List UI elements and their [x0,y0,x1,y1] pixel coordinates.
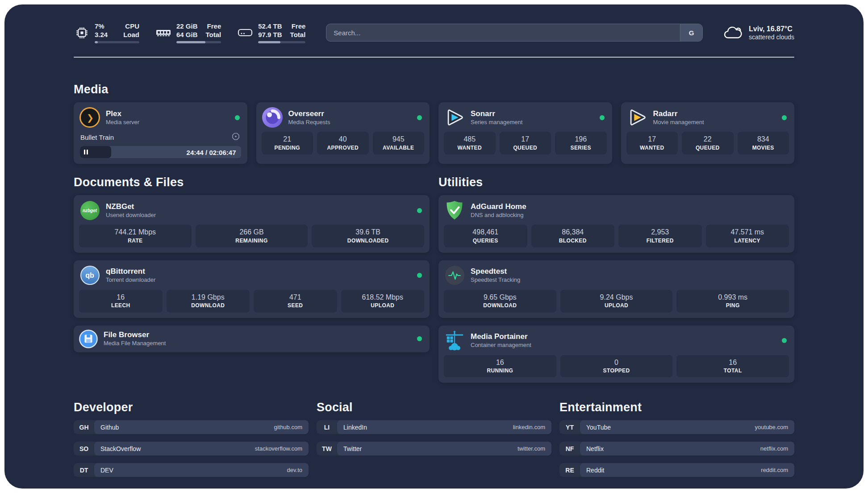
stat-label: LEECH [81,302,161,309]
app-card-titles: SpeedtestSpeedtest Tracking [471,267,520,284]
app-subtitle: Usenet downloader [106,212,156,219]
app-stats-row: 498,461QUERIES86,384BLOCKED2,953FILTERED… [438,225,794,253]
app-card-file-browser[interactable]: File BrowserMedia File Management [74,326,430,352]
app-card-titles: RadarrMovie management [653,109,704,126]
app-card-speedtest[interactable]: SpeedtestSpeedtest Tracking9.65 GbpsDOWN… [438,260,794,318]
stat-progress-fill [95,41,98,43]
link-name: StackOverflow [100,445,141,452]
app-subtitle: Movie management [653,119,704,126]
stat-rate: 744.21 MbpsRATE [79,225,192,247]
section-title-documents: Documents & Files [74,175,430,189]
portainer-icon [444,330,465,351]
stat-label: Total [290,30,306,39]
link-bar: YouTubeyoutube.com [580,420,794,434]
stat-value: 22 [684,134,732,144]
app-card-titles: OverseerrMedia Requests [288,109,330,126]
link-twitter[interactable]: TWTwittertwitter.com [317,442,551,455]
app-name: Media Portainer [471,332,531,342]
stat-text: 22 GiBFree64 GiBTotal [176,22,221,43]
system-stat-cpu: 7%CPU3.24Load [74,22,139,43]
utilities-column: Utilities AdGuard HomeDNS and adblocking… [438,175,794,383]
link-name: DEV [100,467,113,474]
app-stats-row: 485WANTED17QUEUED196SERIES [438,132,612,160]
link-netflix[interactable]: NFNetflixnetflix.com [559,442,794,455]
stat-value: 47.571 ms [708,227,788,237]
app-subtitle: Series management [471,119,522,126]
stat-label: DOWNLOADED [313,237,422,244]
player-time: 24:44 / 02:06:47 [187,148,236,156]
stat-value: 39.6 TB [313,227,422,237]
stat-value: 64 GiB [176,30,198,39]
link-github[interactable]: GHGithubgithub.com [74,420,309,434]
stat-label: MOVIES [739,144,788,151]
stat-value: 196 [557,134,605,144]
stat-value: 16 [446,358,555,368]
stat-line: 7%CPU [95,22,139,30]
link-reddit[interactable]: RERedditreddit.com [559,463,794,477]
app-card-media-portainer[interactable]: Media PortainerContainer management16RUN… [438,326,794,383]
link-name: LinkedIn [343,424,367,431]
app-card-radarr[interactable]: RadarrMovie management17WANTED22QUEUED83… [621,102,795,164]
search-input[interactable] [326,24,703,42]
link-stackoverflow[interactable]: SOStackOverflowstackoverflow.com [74,442,309,455]
cpu-icon [74,25,90,40]
system-stat-memory: 22 GiBFree64 GiBTotal [155,22,221,43]
documents-cards: nzbgetNZBGetUsenet downloader744.21 Mbps… [74,195,430,352]
app-subtitle: DNS and adblocking [471,212,526,219]
player-settings-icon[interactable] [231,132,240,142]
links-column-developer: DeveloperGHGithubgithub.comSOStackOverfl… [74,401,309,477]
link-tag: TW [317,442,337,455]
stat-total: 16TOTAL [676,355,789,378]
stat-pending: 21PENDING [262,132,313,155]
stat-value: 3.24 [95,30,108,39]
link-url: github.com [274,424,302,430]
stat-downloaded: 39.6 TBDOWNLOADED [312,225,424,247]
stat-label: Free [207,22,221,30]
app-stats-row: 744.21 MbpsRATE266 GBREMAINING39.6 TBDOW… [74,225,430,253]
app-card-adguard-home[interactable]: AdGuard HomeDNS and adblocking498,461QUE… [438,195,794,253]
link-linkedin[interactable]: LILinkedInlinkedin.com [317,420,551,434]
search-engine-button[interactable]: G [680,24,702,41]
stat-label: PENDING [263,144,312,151]
status-online-dot [417,115,422,120]
stat-queries: 498,461QUERIES [444,225,527,247]
link-url: linkedin.com [513,424,545,430]
status-online-dot [782,115,787,120]
stat-text: 52.4 TBFree97.9 TBTotal [258,22,305,43]
status-online-dot [235,115,240,120]
link-url: reddit.com [761,467,788,473]
link-dev[interactable]: DTDEVdev.to [74,463,309,477]
app-card-nzbget[interactable]: nzbgetNZBGetUsenet downloader744.21 Mbps… [74,195,430,253]
stat-movies: 834MOVIES [738,132,789,155]
stat-leech: 16LEECH [79,290,163,313]
stat-value: 0.993 ms [678,292,787,302]
stat-text: 7%CPU3.24Load [95,22,139,43]
app-card-sonarr[interactable]: SonarrSeries management485WANTED17QUEUED… [438,102,612,164]
link-url: dev.to [287,467,302,473]
stat-value: 485 [446,134,494,144]
app-card-header: qbqBittorrentTorrent downloader [74,260,430,290]
link-tag: DT [74,463,94,477]
app-stats-row: 21PENDING40APPROVED945AVAILABLE [256,132,430,160]
link-url: netflix.com [760,445,788,452]
search-bar: G [326,24,703,42]
stat-value: 22 GiB [176,22,198,30]
stat-wanted: 485WANTED [444,132,496,155]
stat-label: QUERIES [446,237,526,244]
app-card-plex[interactable]: ❯PlexMedia serverBullet Train24:44 / 02:… [74,102,247,164]
link-rows: LILinkedInlinkedin.comTWTwittertwitter.c… [317,420,551,455]
stat-value: 52.4 TB [258,22,282,30]
stat-label: AVAILABLE [375,144,423,151]
links-column-social: SocialLILinkedInlinkedin.comTWTwittertwi… [317,401,551,477]
app-card-overseerr[interactable]: OverseerrMedia Requests21PENDING40APPROV… [256,102,430,164]
stat-line: 52.4 TBFree [258,22,305,30]
app-name: AdGuard Home [471,202,526,212]
stat-label: RATE [81,237,190,244]
stat-label: Free [292,22,306,30]
app-subtitle: Container management [471,342,531,349]
stat-blocked: 86,384BLOCKED [531,225,615,247]
pause-icon[interactable] [84,150,88,155]
app-card-qbittorrent[interactable]: qbqBittorrentTorrent downloader16LEECH1.… [74,260,430,318]
link-youtube[interactable]: YTYouTubeyoutube.com [559,420,794,434]
documents-column: Documents & Files nzbgetNZBGetUsenet dow… [74,175,430,383]
